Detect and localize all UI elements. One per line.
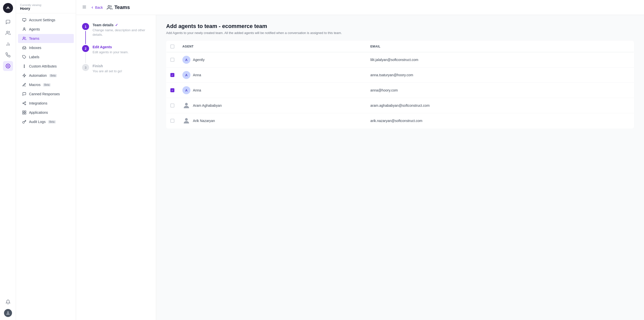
select-all-checkbox[interactable]: [170, 44, 174, 48]
sidebar-item-audit-logs[interactable]: Audit Logs Beta: [18, 117, 74, 126]
step-2-desc: Edit agents in your team.: [93, 50, 129, 54]
row-checkbox-agently[interactable]: [170, 58, 174, 62]
row-agent-cell: A Agently: [178, 52, 366, 68]
svg-marker-18: [23, 74, 26, 77]
svg-point-16: [24, 65, 25, 66]
step-3-title: Finish: [93, 64, 122, 68]
sidebar-item-label: Custom Attributes: [29, 64, 57, 68]
agent-avatar: A: [182, 71, 190, 79]
sidebar-item-teams[interactable]: Teams: [18, 34, 74, 43]
row-checkbox-cell: [166, 113, 179, 128]
apps-icon: [22, 110, 27, 115]
sidebar-item-automation[interactable]: Automation Beta: [18, 71, 74, 80]
sidebar-item-labels[interactable]: Labels: [18, 52, 74, 62]
svg-point-1: [6, 8, 8, 9]
agent-row-name: A Agently: [182, 56, 362, 64]
back-label: Back: [95, 6, 103, 10]
back-button[interactable]: Back: [91, 6, 103, 10]
row-email-cell: lilit.jalalyan@softconstruct.com: [366, 52, 634, 68]
svg-point-3: [7, 31, 8, 33]
row-checkbox-aram[interactable]: [170, 104, 174, 108]
agent-name: Agently: [193, 58, 205, 62]
automation-badge: Beta: [49, 74, 57, 77]
agents-panel: Add agents to team - ecommerce team Add …: [156, 15, 644, 320]
nav-conversations[interactable]: [3, 17, 13, 27]
agent-name: Anna: [193, 73, 201, 77]
svg-line-22: [24, 104, 25, 104]
nav-contacts[interactable]: [3, 28, 13, 38]
sidebar-item-label: Applications: [29, 110, 48, 114]
nav-campaigns[interactable]: [3, 50, 13, 60]
sidebar-item-account-settings[interactable]: Account Settings: [18, 16, 74, 24]
settings-icon: [22, 18, 27, 22]
step-1-circle: 1: [82, 23, 89, 30]
user-avatar[interactable]: [4, 309, 12, 317]
sidebar-item-label: Integrations: [29, 101, 47, 105]
row-checkbox-anna2[interactable]: [170, 88, 174, 92]
step-1-desc: Change name, description and other detai…: [93, 28, 150, 37]
row-email-cell: aram.aghababyan@softconstruct.com: [366, 98, 634, 113]
sidebar-item-integrations[interactable]: Integrations: [18, 99, 74, 108]
step-1-check: ✓: [115, 23, 118, 27]
sidebar-item-agents[interactable]: Agents: [18, 25, 74, 34]
table-row: A Anna anna.tsaturyan@hoory.com: [166, 68, 634, 83]
step-3-circle: 3: [82, 64, 89, 71]
row-agent-cell: A Anna: [178, 68, 366, 83]
col-agent-header: AGENT: [178, 41, 366, 52]
row-checkbox-anna1[interactable]: [170, 73, 174, 77]
svg-point-19: [25, 102, 26, 102]
agent-avatar: [182, 102, 190, 110]
agent-row-name: Aram Aghababyan: [182, 102, 362, 110]
nav-settings[interactable]: [3, 61, 13, 71]
sidebar-item-label: Labels: [29, 55, 39, 59]
agent-name: Arik Nazaryan: [193, 119, 215, 123]
step-1-title: Team details ✓: [93, 23, 150, 27]
nav-notifications[interactable]: [3, 297, 13, 307]
sidebar-item-custom-attributes[interactable]: Custom Attributes: [18, 62, 74, 71]
agent-name: Aram Aghababyan: [193, 104, 222, 108]
row-checkbox-cell: [166, 68, 179, 83]
topbar: Back Teams: [76, 0, 644, 15]
panel-title: Add agents to team - ecommerce team: [166, 23, 634, 30]
integration-icon: [22, 101, 27, 106]
sidebar-header: Currently viewing: Hoory: [16, 0, 76, 13]
sidebar-item-label: Canned Responses: [29, 92, 60, 96]
sidebar-item-label: Macros: [29, 83, 41, 87]
svg-rect-24: [23, 111, 24, 112]
panel-subtitle: Add Agents to your newly created team. A…: [166, 31, 634, 35]
svg-point-13: [23, 37, 24, 38]
svg-point-17: [24, 67, 25, 68]
agent-avatar: A: [182, 86, 190, 94]
svg-rect-27: [25, 113, 26, 114]
row-agent-cell: Arik Nazaryan: [178, 113, 366, 128]
sidebar-item-canned-responses[interactable]: Canned Responses: [18, 90, 74, 98]
agent-avatar: [182, 117, 190, 125]
sidebar-item-applications[interactable]: Applications: [18, 108, 74, 117]
sidebar-nav: Account Settings Agents Teams Inboxes La: [16, 13, 76, 320]
sidebar-item-macros[interactable]: Macros Beta: [18, 80, 74, 89]
workspace-name: Hoory: [20, 6, 72, 10]
agent-row-name: A Anna: [182, 71, 362, 79]
audit-badge: Beta: [48, 120, 56, 124]
agents-icon: [22, 27, 27, 32]
agent-avatar: A: [182, 56, 190, 64]
canned-icon: [22, 92, 27, 96]
inbox-icon: [22, 46, 27, 50]
teams-icon: [22, 36, 27, 41]
nav-reports[interactable]: [3, 39, 13, 49]
automation-icon: [22, 73, 27, 78]
row-email-cell: anna.tsaturyan@hoory.com: [366, 68, 634, 83]
steps-panel: 1 Team details ✓ Change name, descriptio…: [76, 15, 156, 320]
svg-point-21: [25, 104, 26, 105]
step-2-connector: [85, 53, 86, 63]
sidebar-item-inboxes[interactable]: Inboxes: [18, 43, 74, 52]
row-checkbox-arik[interactable]: [170, 119, 174, 123]
svg-point-12: [24, 28, 25, 29]
row-email-cell: arik.nazaryan@softconstruct.com: [366, 113, 634, 128]
sidebar-item-label: Audit Logs: [29, 120, 46, 124]
main-area: Back Teams 1 Team details ✓: [76, 0, 644, 320]
menu-icon[interactable]: [82, 5, 87, 10]
macros-badge: Beta: [43, 83, 51, 86]
svg-rect-26: [23, 113, 24, 114]
sidebar-item-label: Agents: [29, 27, 40, 31]
